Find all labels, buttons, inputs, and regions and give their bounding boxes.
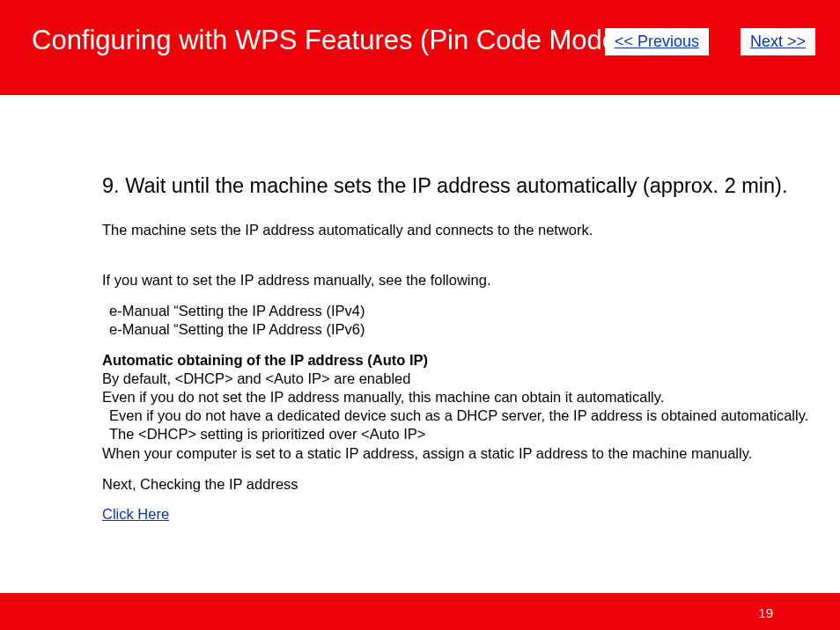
content-area: 9. Wait until the machine sets the IP ad…: [0, 95, 840, 523]
next-button[interactable]: Next >>: [741, 28, 815, 55]
previous-button[interactable]: << Previous: [605, 28, 709, 55]
manual-note: If you want to set the IP address manual…: [102, 271, 814, 289]
page-title: Configuring with WPS Features (Pin Code …: [32, 25, 626, 56]
auto-ip-line5: When your computer is set to a static IP…: [102, 444, 814, 463]
manual-ref-ipv4: e-Manual “Setting the IP Address (IPv4): [102, 302, 814, 320]
nav-buttons: << Previous Next >>: [605, 28, 815, 55]
intro-text: The machine sets the IP address automati…: [102, 221, 814, 239]
step-heading: 9. Wait until the machine sets the IP ad…: [102, 172, 814, 200]
header-bar: Configuring with WPS Features (Pin Code …: [0, 0, 840, 95]
click-here-link[interactable]: Click Here: [102, 506, 169, 522]
manual-ref-ipv6: e-Manual “Setting the IP Address (IPv6): [102, 320, 814, 339]
next-line: Next, Checking the IP address: [102, 475, 814, 494]
auto-ip-line4: The <DHCP> setting is prioritized over <…: [102, 425, 814, 443]
auto-ip-line2: Even if you do not set the IP address ma…: [102, 388, 814, 407]
footer-bar: 19: [0, 593, 840, 630]
auto-ip-line3: Even if you do not have a dedicated devi…: [102, 407, 814, 425]
auto-ip-heading: Automatic obtaining of the IP address (A…: [102, 351, 814, 370]
auto-ip-line1: By default, <DHCP> and <Auto IP> are ena…: [102, 370, 814, 388]
page-number: 19: [758, 605, 773, 620]
